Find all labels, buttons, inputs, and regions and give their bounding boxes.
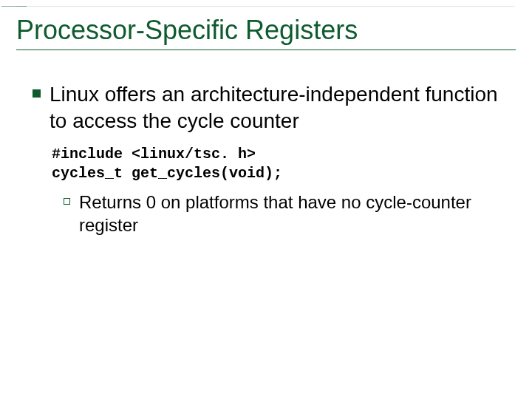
sub-bullet-1-text: Returns 0 on platforms that have no cycl… (79, 191, 505, 236)
bullet-level-1: Linux offers an architecture-independent… (33, 81, 505, 134)
code-line-2: cycles_t get_cycles(void); (52, 165, 282, 182)
slide-body: Linux offers an architecture-independent… (16, 55, 516, 236)
decorative-top-line-left (1, 6, 27, 7)
title-area: Processor-Specific Registers (16, 15, 516, 55)
code-snippet: #include <linux/tsc. h> cycles_t get_cyc… (52, 145, 505, 183)
slide: Processor-Specific Registers Linux offer… (0, 0, 532, 399)
code-line-1: #include <linux/tsc. h> (52, 146, 256, 163)
title-underline (16, 50, 516, 50)
square-bullet-icon (33, 89, 41, 98)
square-outline-bullet-icon (64, 198, 70, 205)
decorative-top-line (16, 6, 514, 7)
bullet-level-2: Returns 0 on platforms that have no cycl… (64, 191, 505, 236)
slide-title: Processor-Specific Registers (16, 15, 516, 45)
bullet-1-text: Linux offers an architecture-independent… (50, 81, 505, 134)
